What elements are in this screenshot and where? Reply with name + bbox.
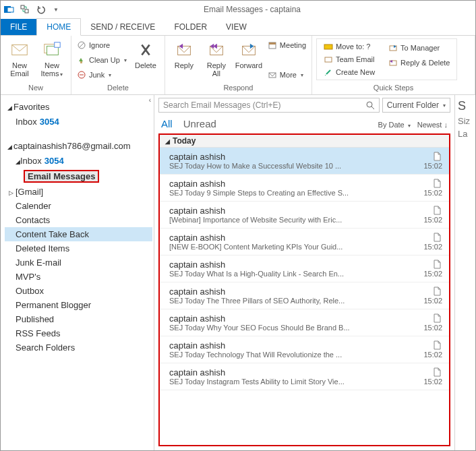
folder-item[interactable]: Content Take Back [5,227,152,241]
tab-home[interactable]: HOME [36,18,81,36]
filter-all[interactable]: All [161,118,173,129]
message-subject: SEJ Today Technology That Will Revolutio… [169,351,442,359]
folder-item[interactable]: Permanent Blogger [5,298,152,312]
message-time: 15:02 [423,189,442,197]
folder-item[interactable]: Calender [5,199,152,213]
attachment-icon [433,313,441,323]
message-time: 15:02 [423,243,442,251]
sort-by-date[interactable]: By Date ▾ [378,121,411,129]
message-subject: [Webinar] Importance of Website Security… [169,216,442,224]
new-email-button[interactable]: New Email [5,38,34,78]
search-icon[interactable] [365,100,375,110]
folder-item[interactable]: Outbox [5,284,152,298]
message-item[interactable]: captain ashish[Webinar] Importance of We… [160,202,449,229]
tab-send-receive[interactable]: SEND / RECEIVE [81,19,165,35]
folder-item[interactable]: Deleted Items [5,241,152,255]
ignore-button[interactable]: Ignore [76,38,128,52]
favorites-header[interactable]: ◢Favorites [5,99,152,115]
svg-line-24 [371,107,374,109]
message-subject: SEJ Today What Is a High-Quality Link - … [169,270,442,278]
attachment-icon [433,340,441,350]
message-item[interactable]: captain ashishSEJ Today Technology That … [160,336,449,363]
junk-button[interactable]: Junk▾ [76,68,128,82]
collapse-nav-icon[interactable]: ‹ [149,96,151,104]
message-from: captain ashish [169,233,442,243]
message-item[interactable]: captain ashishSEJ Today Instagram Tests … [160,363,449,390]
undo-icon[interactable] [36,4,47,15]
qat-dropdown-icon[interactable]: ▼ [53,7,59,13]
attachment-icon [433,260,441,269]
moveto-quickstep[interactable]: Move to: ? [322,41,376,53]
tab-view[interactable]: VIEW [216,19,256,35]
ribbon-group-quicksteps: Move to: ? Team Email Create New To Mana… [312,36,475,94]
message-item[interactable]: captain ashishSEJ Today The Three Pillar… [160,282,449,309]
to-manager-quickstep[interactable]: To Manager [387,41,451,55]
email-messages-folder[interactable]: Email Messages [5,168,152,185]
message-time: 15:02 [423,351,442,359]
tab-file[interactable]: FILE [1,19,36,35]
outlook-icon [3,4,14,15]
quick-access-toolbar: ▼ [3,4,59,15]
message-from: captain ashish [169,367,442,378]
svg-rect-7 [55,42,60,48]
folder-item[interactable]: Junk E-mail [5,255,152,270]
reading-pane: S Siz La [455,95,475,450]
group-today[interactable]: ◢Today [160,135,449,148]
team-email-quickstep[interactable]: Team Email [322,54,376,65]
message-subject: [NEW E-BOOK] Content Marketing KPIs Your… [169,243,442,251]
svg-rect-17 [269,42,276,44]
message-from: captain ashish [169,152,442,162]
send-receive-icon[interactable] [20,4,30,15]
create-new-quickstep[interactable]: Create New [322,66,376,78]
new-items-button[interactable]: New Items▾ [37,38,67,79]
filter-unread[interactable]: Unread [183,118,216,129]
folder-item[interactable]: Contacts [5,213,152,227]
attachment-icon [433,287,441,296]
message-time: 15:02 [423,216,442,224]
svg-point-23 [367,102,372,107]
account-inbox[interactable]: ◢Inbox3054 [5,154,152,168]
forward-button[interactable]: Forward [234,38,264,69]
account-header[interactable]: ◢captainashish786@gmail.com [5,138,152,154]
attachment-icon [433,206,441,215]
message-subject: SEJ Today The Three Pillars of SEO Autho… [169,297,442,305]
message-from: captain ashish [169,313,442,324]
message-item[interactable]: captain ashish[NEW E-BOOK] Content Marke… [160,229,449,255]
folder-item[interactable]: Search Folders [5,340,152,355]
message-item[interactable]: captain ashishSEJ Today Why Your SEO Foc… [160,309,449,336]
message-subject: SEJ Today How to Make a Successful Websi… [169,162,442,170]
message-time: 15:02 [423,378,442,386]
message-subject: SEJ Today Why Your SEO Focus Should Be B… [169,324,442,332]
ribbon-tabs: FILE HOME SEND / RECEIVE FOLDER VIEW [1,18,475,36]
message-item[interactable]: captain ashishSEJ Today 9 Simple Steps t… [160,175,449,202]
message-time: 15:02 [423,324,442,332]
delete-button[interactable]: Delete [131,38,160,69]
folder-item[interactable]: Published [5,312,152,326]
favorites-inbox[interactable]: Inbox3054 [5,115,152,129]
message-time: 15:02 [423,162,442,170]
tab-folder[interactable]: FOLDER [165,19,216,35]
window-title: Email Messages - captaina [59,5,473,14]
more-respond-button[interactable]: More▾ [266,68,307,82]
ribbon-group-new: New Email New Items▾ New [1,36,71,94]
reply-all-button[interactable]: Reply All [202,38,231,78]
reply-button[interactable]: Reply [169,38,199,69]
svg-rect-3 [25,9,28,13]
folder-item[interactable]: ▷[Gmail] [5,185,152,199]
svg-line-9 [79,42,84,48]
message-from: captain ashish [169,287,442,297]
folder-item[interactable]: RSS Feeds [5,326,152,340]
ribbon-group-respond: Reply Reply All Forward Meeting More▾ Re… [165,36,312,94]
sort-newest[interactable]: Newest ↓ [417,121,448,129]
search-input[interactable]: Search Email Messages (Ctrl+E) [158,98,380,113]
message-item[interactable]: captain ashishSEJ Today What Is a High-Q… [160,255,449,282]
reply-delete-quickstep[interactable]: Reply & Delete [387,56,451,69]
message-time: 15:02 [423,270,442,278]
meeting-button[interactable]: Meeting [266,38,307,52]
message-from: captain ashish [169,340,442,351]
search-scope-dropdown[interactable]: Current Folder▾ [382,98,450,113]
filter-row: All Unread By Date ▾ Newest ↓ [154,115,454,133]
cleanup-button[interactable]: Clean Up▾ [76,53,128,67]
message-item[interactable]: captain ashishSEJ Today How to Make a Su… [160,148,449,175]
folder-item[interactable]: MVP's [5,270,152,284]
